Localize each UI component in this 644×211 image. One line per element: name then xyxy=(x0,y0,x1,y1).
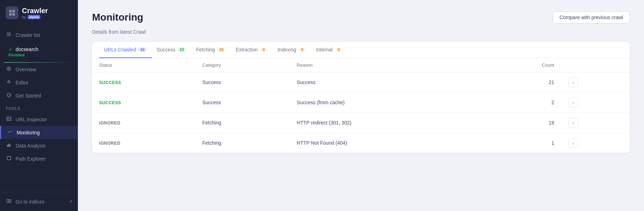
col-status: Status xyxy=(92,58,195,72)
svg-rect-3 xyxy=(12,13,15,16)
count-cell: 2 xyxy=(486,93,561,113)
sidebar-item-label: Data Analysis xyxy=(16,143,46,149)
app-name: Crawler xyxy=(22,7,48,15)
check-icon: ✓ xyxy=(8,46,13,52)
tab-label: Internal xyxy=(316,47,333,52)
status-cell: IGNORED xyxy=(99,121,120,126)
reason-cell: Success xyxy=(290,72,486,93)
tab-badge: 23 xyxy=(177,47,186,52)
list-icon xyxy=(6,32,12,38)
category-cell: Fetching xyxy=(195,133,290,153)
status-cell: IGNORED xyxy=(99,141,120,146)
monitoring-icon xyxy=(7,129,13,135)
svg-rect-19 xyxy=(7,200,9,202)
sidebar-item-label: Monitoring xyxy=(17,130,40,135)
crawler-name: docsearch xyxy=(16,46,39,52)
tab-urls-crawled[interactable]: URLs Crawled 43 xyxy=(99,42,152,58)
get-started-icon: ? xyxy=(6,93,12,99)
reason-cell: Success (from cache) xyxy=(290,93,486,113)
svg-point-13 xyxy=(8,118,9,120)
logo-subtitle: by algolia xyxy=(22,15,48,19)
sidebar-item-label: URL Inspector xyxy=(16,117,47,122)
sidebar: Crawler by algolia Crawler list ✓ docsea… xyxy=(0,0,78,211)
col-count: Count xyxy=(486,58,561,72)
svg-text:?: ? xyxy=(8,94,10,97)
row-action-cell: › xyxy=(561,113,630,133)
tab-label: URLs Crawled xyxy=(104,47,136,52)
category-cell: Success xyxy=(195,93,290,113)
tab-internal[interactable]: Internal 0 xyxy=(311,42,348,58)
svg-rect-17 xyxy=(10,144,11,147)
sidebar-item-label: Get Started xyxy=(16,93,41,99)
col-reason: Reason xyxy=(290,58,486,72)
table-row: SUCCESS Success Success 21 › xyxy=(92,72,630,93)
tab-label: Success xyxy=(157,47,176,52)
tools-section-label: TOOLS xyxy=(0,102,78,113)
row-chevron-button[interactable]: › xyxy=(568,118,578,128)
logo-icon xyxy=(6,6,18,19)
logo-area: Crawler by algolia xyxy=(0,0,78,26)
sidebar-item-overview[interactable]: Overview xyxy=(0,63,78,76)
sidebar-item-label: Overview xyxy=(16,67,36,72)
tab-fetching[interactable]: Fetching 20 xyxy=(191,42,231,58)
category-cell: Fetching xyxy=(195,113,290,133)
status-cell: SUCCESS xyxy=(99,100,121,105)
svg-rect-20 xyxy=(9,200,11,202)
sidebar-item-label: Go to indices xyxy=(16,199,45,205)
editor-icon xyxy=(6,79,12,85)
svg-rect-1 xyxy=(12,10,15,12)
row-chevron-button[interactable]: › xyxy=(568,77,578,87)
tab-indexing[interactable]: Indexing 0 xyxy=(273,42,311,58)
sidebar-item-crawler-list[interactable]: Crawler list xyxy=(0,28,78,41)
sidebar-nav: Crawler list ✓ docsearch Finished Overvi… xyxy=(0,26,78,168)
svg-rect-0 xyxy=(9,10,12,12)
count-cell: 19 xyxy=(486,113,561,133)
row-chevron-button[interactable]: › xyxy=(568,138,578,148)
sidebar-item-data-analysis[interactable]: Data Analysis xyxy=(0,139,78,152)
status-badge: Finished xyxy=(8,53,24,57)
category-cell: Success xyxy=(195,72,290,93)
sidebar-item-label: Editor xyxy=(16,80,29,85)
external-link-icon: ↗ xyxy=(69,199,72,204)
tab-badge: 0 xyxy=(260,47,268,52)
svg-rect-16 xyxy=(8,144,10,147)
data-analysis-icon xyxy=(6,143,12,149)
svg-rect-15 xyxy=(7,145,8,147)
sidebar-item-path-explorer[interactable]: Path Explorer xyxy=(0,152,78,165)
sidebar-item-get-started[interactable]: ? Get Started xyxy=(0,89,78,102)
compare-button[interactable]: Compare with previous crawl xyxy=(553,11,630,23)
row-action-cell: › xyxy=(561,72,630,93)
sidebar-item-monitoring[interactable]: Monitoring xyxy=(0,126,78,139)
data-table-wrap: Status Category Reason Count SUCCESS Suc… xyxy=(92,58,630,153)
col-action xyxy=(561,58,630,72)
algolia-badge: algolia xyxy=(28,15,41,19)
tab-success[interactable]: Success 23 xyxy=(152,42,191,58)
path-explorer-icon xyxy=(6,156,12,162)
status-cell: SUCCESS xyxy=(99,80,121,85)
tab-badge: 0 xyxy=(335,47,343,52)
col-category: Category xyxy=(195,58,290,72)
tab-label: Extraction xyxy=(236,47,258,52)
page-title: Monitoring xyxy=(92,12,143,23)
page-subtitle: Details from latest Crawl xyxy=(92,29,630,35)
sidebar-item-url-inspector[interactable]: URL Inspector xyxy=(0,113,78,126)
tab-label: Fetching xyxy=(196,47,215,52)
count-cell: 21 xyxy=(486,72,561,93)
sidebar-item-go-to-indices[interactable]: Go to indices ↗ xyxy=(0,195,78,208)
count-cell: 1 xyxy=(486,133,561,153)
sidebar-item-docsearch[interactable]: ✓ docsearch Finished xyxy=(4,43,74,61)
row-chevron-button[interactable]: › xyxy=(568,98,578,107)
main-content: Monitoring Compare with previous crawl D… xyxy=(78,0,644,211)
svg-rect-18 xyxy=(7,156,11,160)
table-row: SUCCESS Success Success (from cache) 2 › xyxy=(92,93,630,113)
tab-bar: URLs Crawled 43 Success 23 Fetching 20 E… xyxy=(92,42,630,58)
indices-icon xyxy=(6,199,12,205)
sidebar-item-editor[interactable]: Editor xyxy=(0,76,78,89)
svg-rect-2 xyxy=(9,13,12,16)
row-action-cell: › xyxy=(561,133,630,153)
data-table: Status Category Reason Count SUCCESS Suc… xyxy=(92,58,630,153)
tab-extraction[interactable]: Extraction 0 xyxy=(231,42,273,58)
tab-badge: 0 xyxy=(298,47,306,52)
url-inspector-icon xyxy=(6,116,12,122)
tab-badge: 43 xyxy=(138,47,147,52)
